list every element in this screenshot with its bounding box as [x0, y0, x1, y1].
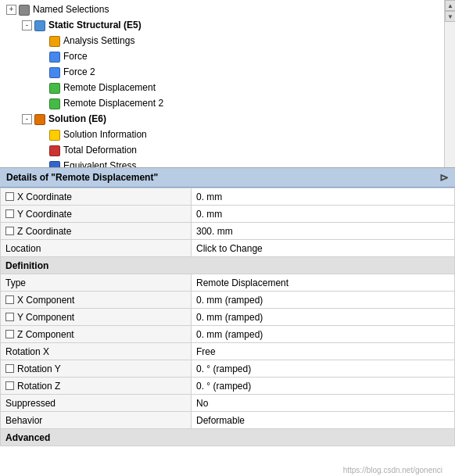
prop-checkbox[interactable]: [5, 295, 14, 304]
table-row: TypeRemote Displacement: [1, 274, 455, 292]
tree-label-total-def: Total Deformation: [63, 143, 137, 157]
prop-label-text: X Coordinate: [17, 191, 72, 202]
table-row: Definition: [1, 257, 455, 274]
expand-icon[interactable]: -: [22, 114, 32, 124]
scroll-up-arrow[interactable]: ▲: [445, 0, 455, 11]
prop-value: Remote Displacement: [192, 274, 455, 292]
table-row: Z Component0. mm (ramped): [1, 326, 455, 343]
prop-label: Rotation X: [1, 343, 192, 360]
prop-checkbox[interactable]: [5, 227, 14, 235]
prop-label: Y Coordinate: [1, 206, 192, 223]
prop-checkbox[interactable]: [5, 330, 14, 338]
scroll-down-arrow[interactable]: ▼: [445, 11, 455, 22]
table-row: BehaviorDeformable: [1, 412, 455, 429]
tree-label-static-struct: Static Structural (E5): [48, 18, 142, 32]
table-row: Y Component0. mm (ramped): [1, 309, 455, 326]
tree-node-icon-force: [48, 50, 61, 63]
tree-node-icon-sol-info: [48, 128, 61, 141]
table-row: Advanced: [1, 429, 455, 446]
prop-value: 300. mm: [192, 223, 455, 240]
tree-item-force[interactable]: Force: [3, 48, 455, 64]
prop-label-text: Y Component: [17, 312, 74, 323]
tree-label-remote-disp2: Remote Displacement 2: [63, 96, 163, 110]
prop-label: Rotation Y: [1, 360, 192, 378]
prop-label: X Component: [1, 292, 192, 309]
prop-value: 0. ° (ramped): [192, 360, 455, 378]
tree-node-icon-equiv-stress: [48, 159, 61, 168]
prop-value: 0. ° (ramped): [192, 378, 455, 395]
section-label: Definition: [1, 257, 455, 274]
prop-label-text: X Component: [17, 295, 74, 306]
expand-icon[interactable]: -: [22, 20, 32, 30]
tree-node-icon-analysis: [48, 34, 61, 47]
prop-label-text: Rotation Z: [17, 381, 60, 392]
tree-node-icon-remote-disp: [48, 97, 61, 109]
prop-checkbox[interactable]: [5, 192, 14, 201]
tree-item-equiv-stress[interactable]: Equivalent Stress: [3, 158, 455, 168]
table-row: Y Coordinate0. mm: [1, 206, 455, 223]
prop-value: 0. mm (ramped): [192, 326, 455, 343]
details-title: Details of "Remote Displacement": [6, 172, 158, 183]
table-row: Z Coordinate300. mm: [1, 223, 455, 240]
prop-checkbox[interactable]: [5, 381, 14, 390]
prop-value: 0. mm (ramped): [192, 309, 455, 326]
section-label: Advanced: [1, 429, 455, 446]
tree-node-icon-total-def: [48, 144, 61, 156]
tree-label-equiv-stress: Equivalent Stress: [63, 159, 136, 168]
pin-icon[interactable]: ⊳: [439, 171, 449, 184]
prop-label: Type: [1, 274, 192, 292]
tree-node-icon-solution: [34, 113, 46, 125]
prop-label: Behavior: [1, 412, 192, 429]
prop-value: No: [192, 395, 455, 412]
prop-value: 0. mm: [192, 188, 455, 206]
tree-item-remote-disp2[interactable]: Remote Displacement 2: [3, 95, 455, 111]
tree-label-named-sel: Named Selections: [33, 2, 109, 16]
tree-node-icon-named-sel: [18, 3, 30, 16]
prop-label: Suppressed: [1, 395, 192, 412]
prop-label: Z Coordinate: [1, 223, 192, 240]
prop-value: Deformable: [192, 412, 455, 429]
tree-label-analysis-settings: Analysis Settings: [63, 34, 134, 48]
tree-item-static-struct[interactable]: -Static Structural (E5): [3, 17, 455, 33]
table-row: LocationClick to Change: [1, 240, 455, 257]
watermark: https://blog.csdn.net/gonenci: [343, 466, 442, 474]
prop-label: Location: [1, 240, 192, 257]
expand-icon[interactable]: +: [6, 5, 16, 15]
tree-label-remote-disp: Remote Displacement: [63, 81, 156, 95]
prop-checkbox[interactable]: [5, 364, 14, 373]
table-row: SuppressedNo: [1, 395, 455, 412]
prop-value: 0. mm (ramped): [192, 292, 455, 309]
table-row: Rotation XFree: [1, 343, 455, 360]
tree-item-analysis-settings[interactable]: Analysis Settings: [3, 33, 455, 48]
tree-item-force2[interactable]: Force 2: [3, 64, 455, 80]
tree-item-total-def[interactable]: Total Deformation: [3, 142, 455, 158]
table-row: X Component0. mm (ramped): [1, 292, 455, 309]
table-row: Rotation Y0. ° (ramped): [1, 360, 455, 378]
prop-value: Free: [192, 343, 455, 360]
tree-item-remote-disp[interactable]: Remote Displacement: [3, 80, 455, 95]
prop-value: 0. mm: [192, 206, 455, 223]
prop-label-text: Z Component: [17, 329, 74, 340]
tree-panel: +Named Selections-Static Structural (E5)…: [0, 0, 455, 168]
prop-checkbox[interactable]: [5, 209, 14, 218]
tree-node-icon-remote-disp: [48, 81, 61, 94]
prop-label: X Coordinate: [1, 188, 192, 206]
prop-value[interactable]: Click to Change: [192, 240, 455, 257]
tree-item-sol-info[interactable]: Solution Information: [3, 127, 455, 142]
tree-scrollbar[interactable]: ▲ ▼: [444, 0, 455, 167]
prop-checkbox[interactable]: [5, 313, 14, 321]
tree-item-solution[interactable]: -Solution (E6): [3, 111, 455, 127]
prop-label: Rotation Z: [1, 378, 192, 395]
details-panel: Details of "Remote Displacement" ⊳ X Coo…: [0, 168, 455, 476]
prop-label: Z Component: [1, 326, 192, 343]
table-row: Rotation Z0. ° (ramped): [1, 378, 455, 395]
table-row: X Coordinate0. mm: [1, 188, 455, 206]
prop-label-text: Y Coordinate: [17, 209, 72, 220]
details-table: X Coordinate0. mmY Coordinate0. mmZ Coor…: [0, 188, 455, 476]
prop-label-text: Z Coordinate: [17, 226, 71, 237]
details-header: Details of "Remote Displacement" ⊳: [0, 168, 455, 188]
tree-item-named-sel[interactable]: +Named Selections: [3, 2, 455, 17]
tree-label-force2: Force 2: [63, 65, 95, 79]
tree-node-icon-folder-blue: [34, 19, 46, 31]
tree-label-force: Force: [63, 49, 88, 63]
